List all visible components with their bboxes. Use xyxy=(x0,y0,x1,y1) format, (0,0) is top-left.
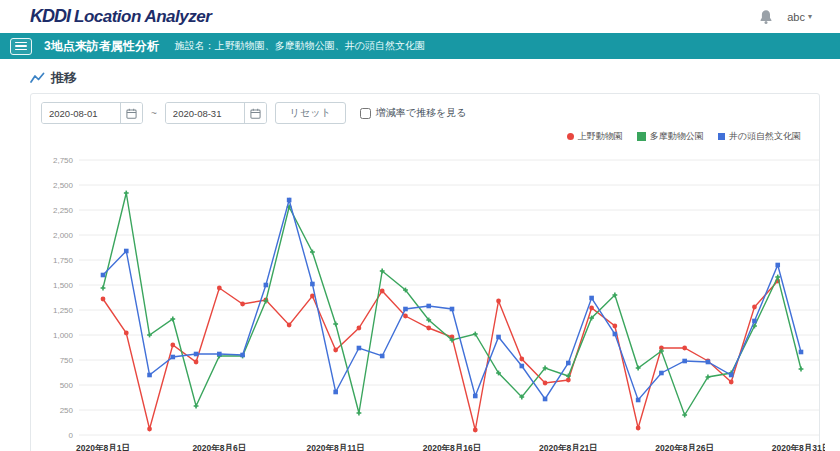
legend-item[interactable]: 上野動物園 xyxy=(567,130,623,143)
date-from-box xyxy=(41,102,143,124)
date-to-box xyxy=(165,102,267,124)
trend-chart-svg: 02505007501,0001,2501,5001,7502,0002,250… xyxy=(41,150,825,451)
navbar: 3地点来訪者属性分析 施設名：上野動物園、多摩動物公園、井の頭自然文化園 xyxy=(0,33,840,59)
notification-bell-icon[interactable] xyxy=(759,9,773,25)
svg-text:2,000: 2,000 xyxy=(53,231,74,240)
date-range-separator: ~ xyxy=(151,108,157,119)
svg-text:2020年8月26日: 2020年8月26日 xyxy=(655,443,714,451)
chevron-down-icon: ▾ xyxy=(808,12,812,21)
section-title: 推移 xyxy=(51,69,77,87)
chart-legend: 上野動物園多摩動物公園井の頭自然文化園 xyxy=(567,130,801,143)
svg-text:0: 0 xyxy=(69,431,74,440)
reset-button[interactable]: リセット xyxy=(275,102,346,124)
legend-label: 井の頭自然文化園 xyxy=(729,130,801,143)
calendar-icon[interactable] xyxy=(244,103,266,123)
svg-text:2020年8月31日: 2020年8月31日 xyxy=(772,443,825,451)
legend-label: 上野動物園 xyxy=(578,130,623,143)
section-header: 推移 xyxy=(30,69,820,87)
svg-text:1,500: 1,500 xyxy=(53,281,74,290)
rate-checkbox[interactable] xyxy=(360,108,371,119)
facility-names: 施設名：上野動物園、多摩動物公園、井の頭自然文化園 xyxy=(175,39,425,53)
trend-chart: 02505007501,0001,2501,5001,7502,0002,250… xyxy=(41,150,807,451)
svg-text:2,750: 2,750 xyxy=(53,156,74,165)
circle-marker-icon xyxy=(567,133,574,140)
logo-text: Location Analyzer xyxy=(74,7,211,26)
svg-text:2,500: 2,500 xyxy=(53,181,74,190)
legend-label: 多摩動物公園 xyxy=(650,130,704,143)
app-header: KDDILocation Analyzer abc ▾ xyxy=(0,0,840,33)
svg-text:2,250: 2,250 xyxy=(53,206,74,215)
svg-text:2020年8月21日: 2020年8月21日 xyxy=(539,443,598,451)
trend-card: ~ リセット 増減率で推移を見る 上野動物園多摩動物公園井の頭自然文化園 xyxy=(30,93,820,451)
logo-kddi: KDDI xyxy=(30,6,70,26)
date-to-input[interactable] xyxy=(166,103,244,123)
date-from-input[interactable] xyxy=(42,103,120,123)
legend-item[interactable]: 井の頭自然文化園 xyxy=(718,130,801,143)
svg-text:1,000: 1,000 xyxy=(53,331,74,340)
filter-row: ~ リセット 増減率で推移を見る xyxy=(41,102,807,124)
user-label: abc xyxy=(787,11,805,23)
square-marker-icon xyxy=(718,133,725,140)
svg-text:750: 750 xyxy=(60,356,74,365)
main-content: 推移 ~ xyxy=(0,59,840,451)
svg-text:2020年8月6日: 2020年8月6日 xyxy=(192,443,246,451)
analysis-title: 3地点来訪者属性分析 xyxy=(44,38,159,55)
svg-text:2020年8月11日: 2020年8月11日 xyxy=(307,443,365,451)
hamburger-menu-button[interactable] xyxy=(10,38,32,55)
trend-line-icon xyxy=(30,72,45,84)
svg-text:1,750: 1,750 xyxy=(53,256,74,265)
svg-text:1,250: 1,250 xyxy=(53,306,74,315)
svg-text:250: 250 xyxy=(60,406,74,415)
legend-item[interactable]: 多摩動物公園 xyxy=(637,130,704,143)
user-menu[interactable]: abc ▾ xyxy=(787,11,812,23)
rate-toggle: 増減率で推移を見る xyxy=(360,106,467,120)
rate-checkbox-label: 増減率で推移を見る xyxy=(376,106,467,120)
svg-text:2020年8月16日: 2020年8月16日 xyxy=(423,443,482,451)
calendar-icon[interactable] xyxy=(120,103,142,123)
svg-text:500: 500 xyxy=(60,381,74,390)
cross-marker-icon xyxy=(637,132,646,141)
app-logo: KDDILocation Analyzer xyxy=(30,6,211,27)
svg-text:2020年8月1日: 2020年8月1日 xyxy=(76,443,130,451)
